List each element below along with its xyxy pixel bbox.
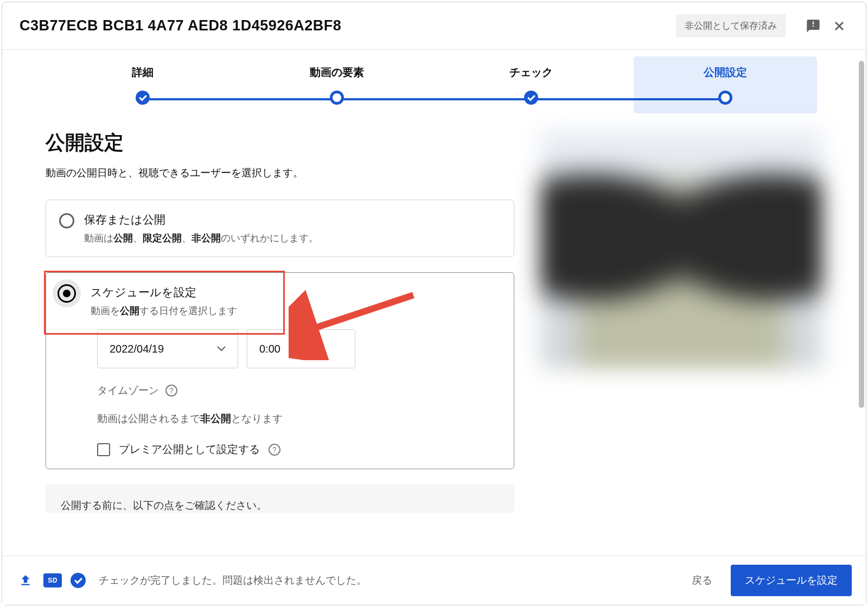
premiere-checkbox-row[interactable]: プレミア公開として設定する ? (97, 442, 501, 457)
schedule-time-input[interactable]: 0:00 (247, 329, 355, 368)
close-icon[interactable] (830, 17, 848, 35)
radio-unchecked-icon[interactable] (59, 213, 74, 228)
scrollbar[interactable] (859, 61, 864, 408)
private-until-publish-note: 動画は公開されるまで非公開となります (97, 412, 501, 426)
feedback-icon[interactable] (804, 17, 822, 35)
back-button[interactable]: 戻る (682, 567, 722, 594)
dialog-header: C3B77ECB BCB1 4A77 AED8 1D45926A2BF8 非公開… (2, 2, 866, 50)
checkbox-unchecked-icon[interactable] (97, 443, 110, 456)
step-dot-ring-icon (718, 91, 732, 105)
dialog-footer: SD チェックが完了しました。問題は検出されませんでした。 戻る スケジュールを… (2, 555, 866, 605)
footer-check-message: チェックが完了しました。問題は検出されませんでした。 (99, 573, 673, 587)
step-dot-done-icon (524, 91, 538, 105)
chevron-down-icon (217, 346, 226, 352)
help-icon[interactable]: ? (269, 444, 280, 456)
step-details[interactable]: 詳細 (46, 65, 240, 105)
option-title: 保存または公開 (84, 212, 318, 227)
radio-checked-icon[interactable] (53, 279, 81, 308)
option-desc: 動画を公開する日付を選択します (91, 304, 237, 317)
before-publish-card: 公開する前に、以下の点をご確認ください。 (46, 484, 514, 513)
option-schedule[interactable]: スケジュールを設定 動画を公開する日付を選択します 2022/04/19 0 (46, 272, 514, 469)
sd-quality-badge[interactable]: SD (43, 573, 62, 587)
upload-icon[interactable] (16, 571, 35, 590)
stepper: 詳細 動画の要素 チェック 公開設定 (2, 50, 866, 105)
option-title: スケジュールを設定 (91, 285, 237, 300)
save-status-badge: 非公開として保存済み (676, 14, 786, 37)
schedule-date-select[interactable]: 2022/04/19 (97, 329, 238, 368)
step-dot-ring-icon (330, 91, 344, 105)
schedule-button[interactable]: スケジュールを設定 (731, 565, 852, 596)
option-save-or-publish[interactable]: 保存または公開 動画は公開、限定公開、非公開のいずれかにします。 (46, 200, 514, 257)
dialog-body: 公開設定 動画の公開日時と、視聴できるユーザーを選択します。 保存または公開 動… (2, 105, 866, 555)
step-dot-done-icon (136, 91, 150, 105)
video-preview-thumbnail[interactable] (540, 130, 822, 368)
section-subtitle: 動画の公開日時と、視聴できるユーザーを選択します。 (46, 166, 514, 180)
timezone-row[interactable]: タイムゾーン ? (97, 384, 501, 398)
option-desc: 動画は公開、限定公開、非公開のいずれかにします。 (84, 232, 318, 245)
check-complete-icon[interactable] (71, 573, 86, 588)
dialog-title: C3B77ECB BCB1 4A77 AED8 1D45926A2BF8 (20, 17, 676, 34)
section-title: 公開設定 (46, 130, 514, 156)
help-icon[interactable]: ? (165, 385, 177, 397)
